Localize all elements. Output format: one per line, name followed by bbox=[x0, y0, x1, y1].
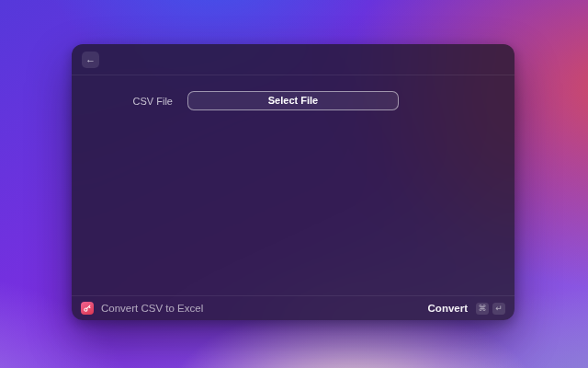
extension-key-icon bbox=[81, 302, 94, 315]
action-bar: Convert CSV to Excel Convert ⌘ ↵ bbox=[72, 295, 514, 320]
action-bar-right[interactable]: Convert ⌘ ↵ bbox=[428, 303, 505, 315]
back-button[interactable]: ← bbox=[82, 52, 99, 68]
back-arrow-icon: ← bbox=[85, 54, 96, 64]
command-title: Convert CSV to Excel bbox=[101, 303, 203, 314]
window-header: ← bbox=[72, 44, 514, 75]
command-key-icon: ⌘ bbox=[476, 303, 489, 315]
csv-file-label: CSV File bbox=[72, 96, 173, 107]
csv-file-form-row: CSV File Select File bbox=[72, 91, 514, 110]
form-content: CSV File Select File bbox=[72, 75, 514, 295]
action-bar-left: Convert CSV to Excel bbox=[81, 302, 203, 315]
select-file-button[interactable]: Select File bbox=[187, 91, 399, 110]
convert-action-label[interactable]: Convert bbox=[428, 303, 468, 314]
raycast-window: ← CSV File Select File Convert CSV to Ex… bbox=[72, 44, 514, 320]
return-key-icon: ↵ bbox=[492, 303, 505, 315]
desktop-background: ← CSV File Select File Convert CSV to Ex… bbox=[0, 0, 588, 368]
